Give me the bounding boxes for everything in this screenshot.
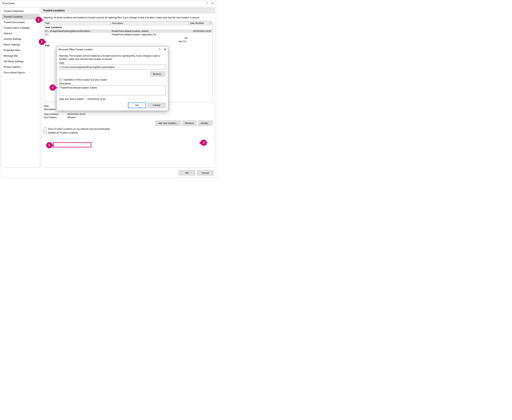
modify-button[interactable]: Modify... xyxy=(198,120,212,126)
table-row[interactable]: tes xyxy=(44,36,212,40)
modal-ok-button[interactable]: OK xyxy=(128,103,146,108)
modal-titlebar: Microsoft Office Trusted Location ? ✕ xyxy=(57,46,168,52)
cell-desc: tes xyxy=(112,37,188,39)
trusted-location-dialog: Microsoft Office Trusted Location ? ✕ Wa… xyxy=(56,46,168,111)
sidebar-item-protected-view[interactable]: Protected View xyxy=(2,47,39,53)
sidebar-item-file-block-settings[interactable]: File Block Settings xyxy=(2,59,39,64)
warning-text: Warning: All these locations are treated… xyxy=(44,16,212,19)
modal-date-created: Date and Time Created: 25/10/2019 16:52 xyxy=(59,98,166,100)
sidebar-item-message-bar[interactable]: Message Bar xyxy=(2,53,39,59)
group-user-locations: User Locations xyxy=(44,25,212,29)
window-title: Trust Center xyxy=(2,2,206,5)
dialog-footer-buttons: OK Cancel xyxy=(0,168,216,177)
sidebar-item-trusted-addin-catalogs[interactable]: Trusted Add-in Catalogs xyxy=(2,25,39,31)
modal-title: Microsoft Office Trusted Location xyxy=(58,48,159,51)
modal-cancel-button[interactable]: Cancel xyxy=(147,103,166,108)
cell-date: 25/10/2019 16:52 xyxy=(188,30,211,32)
modal-close-icon[interactable]: ✕ xyxy=(164,48,166,51)
help-icon[interactable]: ? xyxy=(206,2,208,5)
titlebar-controls: ? ✕ xyxy=(206,2,214,5)
subfolders-checkbox[interactable]: ✓ xyxy=(59,78,62,81)
detail-date-value: 25/10/2019 16:52 xyxy=(67,113,85,115)
callout-badge-4: 4 xyxy=(50,84,56,91)
window-titlebar: Trust Center ? ✕ xyxy=(0,0,216,6)
modal-footer-buttons: OK Cancel xyxy=(59,103,166,108)
cell-date xyxy=(188,33,211,36)
callout-badge-5: 5 xyxy=(46,142,52,148)
cell-date xyxy=(188,37,211,39)
remove-button[interactable]: Remove xyxy=(182,120,197,126)
callout-badge-3: 3 xyxy=(201,140,207,146)
modal-date-value: 25/10/2019 16:52 xyxy=(87,98,106,100)
ok-button[interactable]: OK xyxy=(179,170,195,175)
col-path[interactable]: Path xyxy=(44,21,111,25)
close-icon[interactable]: ✕ xyxy=(211,2,214,5)
modal-date-label: Date and Time Created: xyxy=(59,98,84,100)
col-date-label: Date Modified xyxy=(190,22,204,24)
allow-network-checkbox-row[interactable]: Allow Trusted Locations on my network (n… xyxy=(44,128,212,130)
sidebar-item-trusted-locations[interactable]: Trusted Locations xyxy=(2,14,39,19)
cell-path xyxy=(45,37,112,39)
sidebar-item-activex-settings[interactable]: ActiveX Settings xyxy=(2,36,39,42)
cell-desc: PowerPoint default location: Application… xyxy=(112,33,188,36)
cell-desc: tion Th... xyxy=(112,40,188,43)
detail-date-label: Date Modified: xyxy=(44,113,67,115)
modal-desc-label: Description: xyxy=(59,82,166,85)
cell-path: C:\...ie\AppData\Roaming\Microsoft\Addin… xyxy=(45,30,112,32)
allow-network-label: Allow Trusted Locations on my network (n… xyxy=(48,128,110,130)
detail-subfolders-value: Allowed xyxy=(67,116,76,119)
cell-path xyxy=(45,40,112,43)
cell-desc: PowerPoint default location: Addins xyxy=(112,30,188,32)
subfolders-checkbox-row[interactable]: ✓ Subfolders of this location are also t… xyxy=(59,78,166,81)
sidebar-item-trusted-publishers[interactable]: Trusted Publishers xyxy=(2,8,39,14)
modal-warning: Warning: This location will be treated a… xyxy=(59,54,166,60)
modal-path-label: Path: xyxy=(59,62,166,64)
sidebar-item-macro-settings[interactable]: Macro Settings xyxy=(2,42,39,47)
table-header: Path Description Date Modified ▼ xyxy=(44,21,212,25)
table-row[interactable]: C:\...ie\AppData\Roaming\Microsoft\Addin… xyxy=(44,29,212,33)
modal-path-input[interactable] xyxy=(59,65,166,69)
table-row[interactable]: tion Th... xyxy=(44,40,212,43)
detail-subfolders-label: Sub Folders: xyxy=(44,116,67,119)
section-header: Trusted Locations xyxy=(41,8,215,14)
sidebar-item-privacy-options[interactable]: Privacy Options xyxy=(2,64,39,70)
modal-help-icon[interactable]: ? xyxy=(159,48,160,51)
modal-body: Warning: This location will be treated a… xyxy=(57,52,168,111)
table-row[interactable]: C:\... PowerPoint default location: Appl… xyxy=(44,33,212,36)
cancel-button[interactable]: Cancel xyxy=(197,170,214,175)
cell-path: C:\... xyxy=(45,33,112,36)
col-date-modified[interactable]: Date Modified ▼ xyxy=(189,21,212,25)
browse-button[interactable]: Browse... xyxy=(150,71,166,77)
add-new-location-button[interactable]: Add new location... xyxy=(155,120,181,126)
modal-desc-input[interactable] xyxy=(59,85,166,95)
disable-all-checkbox-row[interactable]: Disable all Trusted Locations xyxy=(44,131,212,134)
sort-arrow-icon: ▼ xyxy=(209,22,211,24)
sidebar-item-form-based-signin[interactable]: Form-based Sign-in xyxy=(2,70,39,75)
callout-badge-2: 2 xyxy=(39,39,45,45)
sidebar-item-trusted-documents[interactable]: Trusted Documents xyxy=(2,19,39,25)
subfolders-label: Subfolders of this location are also tru… xyxy=(63,78,107,81)
category-sidebar: Trusted Publishers Trusted Locations Tru… xyxy=(1,8,40,167)
disable-all-label: Disable all Trusted Locations xyxy=(48,131,78,134)
allow-network-checkbox[interactable] xyxy=(44,128,46,130)
col-description[interactable]: Description xyxy=(111,21,189,25)
disable-all-checkbox[interactable] xyxy=(44,131,46,134)
location-action-buttons: Add new location... Remove Modify... xyxy=(44,120,212,126)
callout-badge-1: 1 xyxy=(36,17,42,23)
sidebar-item-addins[interactable]: Add-ins xyxy=(2,31,39,36)
cell-date xyxy=(188,40,211,43)
